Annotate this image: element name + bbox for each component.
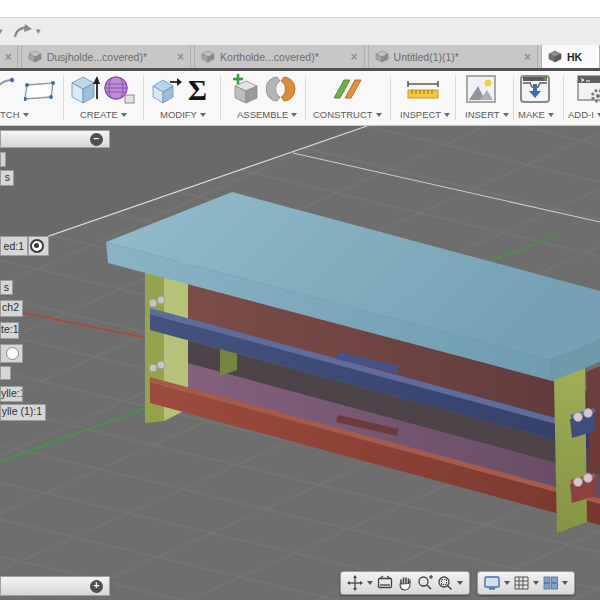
dropdown-caret [376,113,382,117]
dropdown-caret [548,113,554,117]
ribbon-menu-modify[interactable]: MODIFY [160,109,206,120]
radio-icon[interactable] [6,347,19,360]
viewports-icon[interactable] [543,576,558,590]
assemble-new-component-icon[interactable] [230,73,262,105]
create-extrude-icon[interactable] [68,73,100,105]
viewports-caret[interactable] [562,581,568,585]
doc-tab-3[interactable]: Untitled(1)(1)* × [368,45,538,68]
ribbon-menu-create[interactable]: CREATE [80,109,127,120]
browser-item-radio-cell[interactable] [28,236,49,256]
document-cube-icon [28,50,42,63]
tab-close-icon[interactable]: × [351,50,358,64]
redo-icon[interactable] [12,23,34,40]
display-settings-toolbar [477,571,575,595]
dropdown-caret [23,113,29,117]
tab-close-icon[interactable]: × [0,45,18,68]
browser-item-shelf-copy[interactable]: ylle (1):1 [0,404,46,421]
radio-selected-icon[interactable] [30,239,44,253]
grid-snap-icon[interactable] [514,576,529,590]
zoom-window-icon[interactable] [437,575,453,591]
redo-caret-icon[interactable]: ▾ [36,18,41,45]
document-cube-icon [201,50,215,63]
browser-item-sketch[interactable]: ch2 [0,300,23,317]
create-form-icon[interactable] [103,74,136,105]
document-tabs-bar: × Dusjholde...covered)* × Kortholde...co… [0,45,600,68]
undo-caret-icon[interactable]: ▾ [0,18,3,45]
zoom-caret[interactable] [457,581,463,585]
dropdown-caret [121,113,127,117]
addins-scripts-icon[interactable] [577,74,600,105]
browser-item-plate[interactable]: te:1 [0,322,19,339]
ribbon-menu-inspect[interactable]: INSPECT [400,109,450,120]
tab-close-icon[interactable]: × [524,50,531,64]
model-shelf-end-right [586,366,600,415]
ribbon-toolbar: TCH CREATE Σ MODIFY [0,71,600,126]
ribbon-menu-insert[interactable]: INSERT [465,109,509,120]
display-caret[interactable] [504,581,510,585]
tab-label: Untitled(1)(1)* [394,51,519,63]
dropdown-caret [444,113,450,117]
orbit-icon[interactable] [347,575,363,591]
tab-close-icon[interactable]: × [177,50,184,64]
ribbon-menu-construct[interactable]: CONSTRUCT [313,109,382,120]
zoom-icon[interactable] [417,575,433,591]
ribbon-menu-make[interactable]: MAKE [518,109,554,120]
browser-titlebar [0,0,600,18]
dropdown-caret [291,113,297,117]
modify-presspull-icon[interactable] [150,74,182,105]
collapse-button[interactable]: − [90,133,103,146]
ribbon-menu-addins[interactable]: ADD-I [568,109,600,120]
svg-text:Σ: Σ [188,74,207,106]
assemble-joint-icon[interactable] [266,75,296,104]
browser-item[interactable]: s [0,280,13,295]
browser-item[interactable] [0,366,11,380]
grid-caret[interactable] [533,581,539,585]
pan-icon[interactable] [397,575,413,591]
navigation-toolbar [340,571,470,595]
document-cube-icon [375,50,389,63]
ribbon-menu-sketch[interactable]: TCH [0,109,29,120]
browser-item-radio-cell[interactable] [0,344,23,363]
construct-plane-icon[interactable] [332,76,364,103]
tab-label: HK [567,51,593,63]
make-3dprint-icon[interactable] [520,73,550,105]
dropdown-caret [503,113,509,117]
quick-access-toolbar: ▾ ▾ [0,18,600,45]
model-right-leg-front[interactable] [554,368,587,533]
orbit-caret[interactable] [367,581,373,585]
tab-label: Kortholde...covered)* [220,51,345,63]
browser-item[interactable] [0,152,6,167]
display-settings-icon[interactable] [484,576,500,590]
timeline-scroll-handle[interactable] [111,579,113,592]
browser-scroll-handle[interactable] [111,132,113,145]
doc-tab-2[interactable]: Kortholde...covered)* × [194,45,364,68]
doc-tab-1[interactable]: Dusjholde...covered)* × [21,45,191,68]
ribbon-menu-assemble[interactable]: ASSEMBLE [237,109,297,120]
insert-image-icon[interactable] [466,75,496,104]
expand-button[interactable]: + [90,580,103,593]
timeline-bar[interactable]: + [0,576,110,596]
browser-item-component[interactable]: ed:1 [0,236,28,256]
browser-item-shelf[interactable]: ylle:1 [0,386,23,402]
document-cube-icon [548,50,562,63]
dropdown-caret [200,113,206,117]
sketch-arc-icon[interactable] [0,74,18,104]
sketch-rectangle-icon[interactable] [24,78,56,102]
look-at-icon[interactable] [377,575,393,591]
doc-tab-active[interactable]: HK [541,45,600,68]
inspect-measure-icon[interactable] [406,80,440,100]
browser-item[interactable]: s [0,170,14,186]
tab-label: Dusjholde...covered)* [47,51,172,63]
browser-panel-header[interactable]: − [0,130,110,148]
modify-sigma-icon[interactable]: Σ [186,73,214,106]
